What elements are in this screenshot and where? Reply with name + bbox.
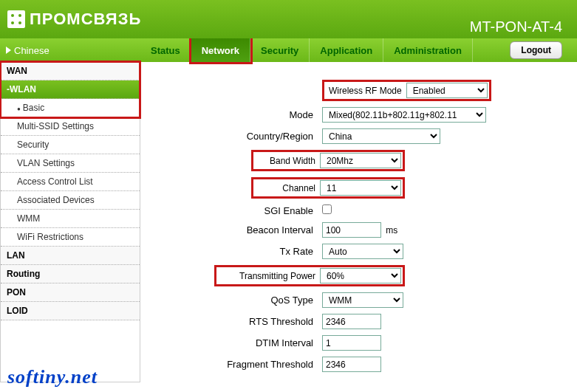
- bandwidth-label: Band Width: [253, 156, 320, 166]
- qos-label: QoS Type: [155, 289, 318, 311]
- highlight-tx-power: Transmitting Power 60%: [214, 265, 405, 286]
- tab-status[interactable]: Status: [140, 38, 191, 62]
- main-area: WAN -WLAN Basic Multi-SSID Settings Secu…: [0, 62, 577, 382]
- qos-select[interactable]: WMM: [322, 292, 403, 308]
- arrow-right-icon: [6, 47, 11, 54]
- rts-input[interactable]: [322, 314, 381, 329]
- txrate-select[interactable]: Auto: [322, 244, 403, 259]
- dtim-input[interactable]: [322, 335, 381, 351]
- model-number: MT-PON-AT-4: [470, 18, 562, 35]
- sidebar-item-wmm[interactable]: WMM: [1, 210, 140, 228]
- header: ПРОМСВЯЗЬ MT-PON-AT-4: [0, 0, 577, 38]
- highlight-bandwidth: Band Width 20Mhz: [251, 150, 405, 171]
- country-select[interactable]: China: [322, 128, 440, 144]
- sidebar-item-multi-ssid[interactable]: Multi-SSID Settings: [1, 117, 140, 136]
- sgi-checkbox[interactable]: [322, 204, 332, 214]
- beacon-label: Beacon Interval: [155, 219, 318, 241]
- dtim-label: DTIM Interval: [155, 332, 318, 354]
- frag-label: Fragment Threshold: [155, 354, 318, 375]
- settings-form: Wireless RF Mode Enabled Mode Mixed(802.…: [155, 77, 562, 375]
- sidebar-item-security[interactable]: Security: [1, 136, 140, 154]
- highlight-channel: Channel 11: [251, 177, 405, 199]
- sidebar-item-lan[interactable]: LAN: [1, 247, 140, 265]
- sidebar-item-routing[interactable]: Routing: [1, 265, 140, 283]
- mode-select[interactable]: Mixed(802.11b+802.11g+802.11: [322, 107, 486, 123]
- sidebar-item-acl[interactable]: Access Control List: [1, 173, 140, 191]
- highlight-rf-mode: Wireless RF Mode Enabled: [322, 80, 491, 101]
- top-nav: Chinese Status Network Security Applicat…: [0, 38, 577, 62]
- mode-label: Mode: [155, 104, 318, 125]
- language-label: Chinese: [14, 45, 49, 56]
- frag-input[interactable]: [322, 357, 381, 372]
- sidebar: WAN -WLAN Basic Multi-SSID Settings Secu…: [0, 62, 140, 382]
- beacon-unit: ms: [386, 225, 397, 235]
- brand-logo-icon: [7, 10, 25, 28]
- sidebar-item-loid[interactable]: LOID: [1, 302, 140, 320]
- rf-mode-label: Wireless RF Mode: [324, 86, 406, 96]
- sidebar-item-vlan[interactable]: VLAN Settings: [1, 154, 140, 173]
- channel-label: Channel: [253, 183, 320, 193]
- watermark: softiny.net: [7, 366, 98, 382]
- txpower-select[interactable]: 60%: [320, 268, 401, 283]
- brand-name: ПРОМСВЯЗЬ: [30, 10, 141, 29]
- tab-network[interactable]: Network: [191, 38, 250, 62]
- country-label: Country/Region: [155, 125, 318, 147]
- sidebar-item-pon[interactable]: PON: [1, 283, 140, 302]
- beacon-input[interactable]: [322, 222, 381, 238]
- language-switch[interactable]: Chinese: [0, 38, 140, 62]
- content-panel: Wireless RF Mode Enabled Mode Mixed(802.…: [140, 62, 577, 382]
- sidebar-item-wan[interactable]: WAN: [1, 62, 140, 80]
- sidebar-item-basic[interactable]: Basic: [1, 99, 140, 117]
- tab-application[interactable]: Application: [310, 38, 383, 62]
- txrate-label: Tx Rate: [155, 241, 318, 262]
- tab-security[interactable]: Security: [250, 38, 310, 62]
- rts-label: RTS Threshold: [155, 311, 318, 332]
- sidebar-item-wlan[interactable]: -WLAN: [1, 80, 140, 99]
- main-tabs: Status Network Security Application Admi…: [140, 38, 577, 62]
- rf-mode-select[interactable]: Enabled: [406, 83, 488, 98]
- logout-button[interactable]: Logout: [510, 41, 562, 59]
- sidebar-item-assoc-devices[interactable]: Associated Devices: [1, 191, 140, 210]
- channel-select[interactable]: 11: [320, 180, 401, 196]
- sgi-label: SGI Enable: [155, 202, 318, 219]
- tab-administration[interactable]: Administration: [383, 38, 473, 62]
- sidebar-item-wifi-restrictions[interactable]: WiFi Restrictions: [1, 228, 140, 247]
- bandwidth-select[interactable]: 20Mhz: [320, 153, 401, 168]
- txpower-label: Transmitting Power: [216, 271, 320, 281]
- logout-area: Logout: [510, 38, 577, 62]
